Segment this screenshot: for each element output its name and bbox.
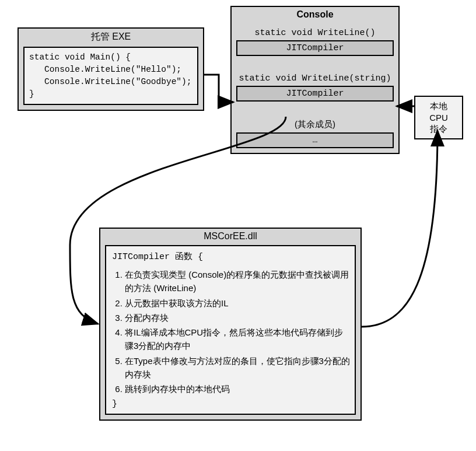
- console-method1-label: static void WriteLine(): [232, 23, 398, 40]
- console-box: Console static void WriteLine() JITCompi…: [230, 6, 400, 154]
- mscoree-step: 在负责实现类型 (Console)的程序集的元数据中查找被调用的方法 (Writ…: [125, 268, 350, 295]
- mscoree-box: MSCorEE.dll JITCompiler 函数 { 在负责实现类型 (Co…: [99, 228, 362, 421]
- console-title: Console: [232, 7, 398, 23]
- console-slot-jit1: JITCompiler: [236, 40, 394, 56]
- console-method2-label: static void WriteLine(string): [232, 69, 398, 86]
- mscoree-title: MSCorEE.dll: [100, 229, 360, 245]
- console-other-members-label: (其余成员): [232, 114, 398, 132]
- mscoree-step: 从元数据中获取该方法的IL: [125, 296, 350, 310]
- native-cpu-line1: 本地 CPU: [420, 100, 457, 123]
- managed-exe-code-box: static void Main() { Console.WriteLine("…: [23, 47, 198, 105]
- managed-exe-box: 托管 EXE static void Main() { Console.Writ…: [18, 27, 204, 111]
- native-cpu-box: 本地 CPU 指令: [414, 96, 463, 139]
- mscoree-function-header: JITCompiler 函数 {: [111, 250, 350, 263]
- console-slot-other: …: [236, 132, 394, 148]
- mscoree-steps-list: 在负责实现类型 (Console)的程序集的元数据中查找被调用的方法 (Writ…: [111, 268, 350, 396]
- native-cpu-line2: 指令: [420, 123, 457, 135]
- mscoree-step: 在Type表中修改与方法对应的条目，使它指向步骤3分配的内存块: [125, 354, 350, 382]
- mscoree-step: 分配内存块: [125, 311, 350, 324]
- managed-exe-title: 托管 EXE: [19, 29, 203, 47]
- managed-exe-code: static void Main() { Console.WriteLine("…: [29, 51, 192, 100]
- mscoree-body: JITCompiler 函数 { 在负责实现类型 (Console)的程序集的元…: [105, 245, 356, 415]
- mscoree-step: 将IL编译成本地CPU指令，然后将这些本地代码存储到步骤3分配的内存中: [125, 326, 350, 353]
- console-slot-jit2: JITCompiler: [236, 86, 394, 102]
- mscoree-function-close: }: [111, 398, 350, 410]
- mscoree-step: 跳转到内存块中的本地代码: [125, 382, 350, 396]
